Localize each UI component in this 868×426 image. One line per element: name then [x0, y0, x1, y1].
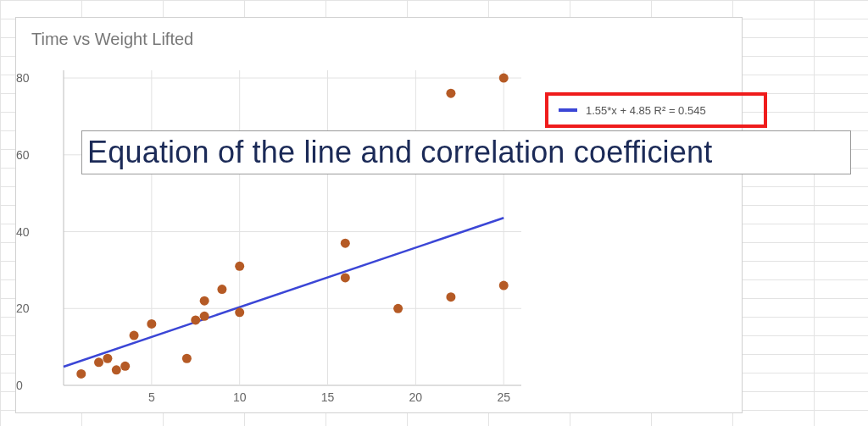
trendline-equation-box: 1.55*x + 4.85 R² = 0.545: [545, 92, 767, 128]
legend-swatch-icon: [559, 108, 577, 112]
data-point: [393, 304, 403, 313]
data-point: [499, 74, 509, 83]
data-point: [112, 365, 121, 374]
data-point: [94, 357, 103, 367]
data-point: [191, 315, 200, 324]
data-point: [446, 292, 455, 302]
x-tick-label: 5: [148, 390, 155, 404]
chart-card[interactable]: Time vs Weight Lifted 020406080 51015202…: [15, 17, 743, 413]
chart-title: Time vs Weight Lifted: [31, 30, 193, 49]
data-point: [235, 262, 244, 271]
data-point: [341, 273, 350, 282]
data-point: [446, 89, 455, 98]
y-tick-label: 20: [16, 302, 272, 315]
trendline-equation-text: 1.55*x + 4.85 R² = 0.545: [586, 104, 706, 117]
x-tick-label: 10: [233, 390, 247, 404]
data-point: [103, 354, 112, 363]
data-point: [499, 281, 509, 290]
x-tick-label: 25: [497, 390, 510, 404]
x-tick-label: 15: [321, 390, 335, 404]
data-point: [120, 362, 130, 371]
x-tick-label: 20: [409, 390, 423, 404]
annotation-text: Equation of the line and correlation coe…: [87, 135, 712, 170]
data-point: [130, 331, 139, 340]
annotation-label: Equation of the line and correlation coe…: [81, 130, 851, 174]
data-point: [182, 354, 192, 363]
y-tick-label: 80: [16, 71, 272, 85]
svg-line-11: [64, 218, 504, 367]
y-tick-label: 40: [16, 225, 272, 239]
data-point: [217, 285, 226, 294]
data-point: [147, 319, 156, 329]
data-point: [76, 369, 86, 379]
data-point: [341, 239, 350, 248]
